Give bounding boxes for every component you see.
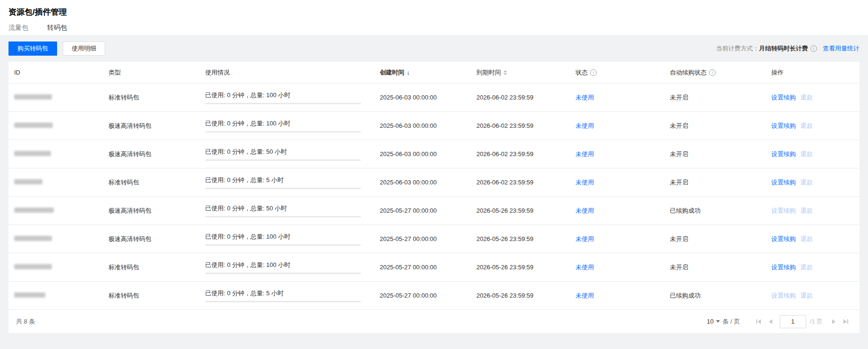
sort-descending-icon[interactable]: ↓ xyxy=(407,69,410,76)
usage-text: 已使用: 0 分钟，总量: 100 小时 xyxy=(205,233,374,241)
usage-cell: 已使用: 0 分钟，总量: 50 小时 xyxy=(200,204,374,217)
expire-time: 2026-06-02 23:59:59 xyxy=(471,122,570,129)
usage-cell: 已使用: 0 分钟，总量: 100 小时 xyxy=(200,261,374,274)
set-renewal-link[interactable]: 设置续购 xyxy=(771,235,796,242)
created-time: 2025-06-03 00:00:00 xyxy=(374,150,471,158)
usage-stats-link[interactable]: 查看用量统计 xyxy=(823,44,860,53)
expire-time: 2026-06-02 23:59:59 xyxy=(471,150,570,158)
page-size-select[interactable]: 10 xyxy=(707,318,719,325)
col-type: 类型 xyxy=(103,68,200,77)
usage-progress-bar xyxy=(205,188,361,189)
billing-mode-label: 当前计费方式： xyxy=(716,44,759,53)
package-type: 极速高清转码包 xyxy=(103,150,200,158)
usage-progress-bar xyxy=(205,244,361,246)
total-count: 共 8 条 xyxy=(16,317,35,326)
package-type: 标准转码包 xyxy=(103,263,200,272)
set-renewal-link[interactable]: 设置续购 xyxy=(771,292,796,299)
status-text: 未使用 xyxy=(576,179,594,186)
set-renewal-link[interactable]: 设置续购 xyxy=(771,207,796,214)
status-cell: 未使用 xyxy=(570,178,664,187)
caret-up-icon xyxy=(503,70,507,72)
package-id-redacted xyxy=(14,123,53,128)
prev-page-button[interactable] xyxy=(765,316,777,328)
operations-cell: 设置续购退款 xyxy=(766,207,860,215)
refund-link[interactable]: 退款 xyxy=(801,264,813,271)
table-row: 标准转码包已使用: 0 分钟，总量: 100 小时2025-06-03 00:0… xyxy=(8,83,860,112)
expire-time: 2026-05-26 23:59:59 xyxy=(471,264,570,271)
status-text: 未使用 xyxy=(576,150,594,158)
refund-link[interactable]: 退款 xyxy=(801,122,813,129)
set-renewal-link[interactable]: 设置续购 xyxy=(771,150,796,158)
package-id-cell xyxy=(8,122,103,129)
package-id-cell xyxy=(8,94,103,101)
last-page-icon xyxy=(843,319,847,324)
status-text: 未使用 xyxy=(576,207,594,214)
status-cell: 未使用 xyxy=(570,235,664,243)
table-row: 标准转码包已使用: 0 分钟，总量: 5 小时2025-06-03 00:00:… xyxy=(8,168,860,197)
refund-link[interactable]: 退款 xyxy=(801,292,813,299)
sort-icon[interactable] xyxy=(503,70,507,75)
col-status: 状态 i xyxy=(570,68,664,77)
refund-link[interactable]: 退款 xyxy=(801,150,813,158)
billing-info: 当前计费方式： 月结转码时长计费 i 查看用量统计 xyxy=(716,44,860,53)
created-time: 2025-06-03 00:00:00 xyxy=(374,122,471,129)
page-total: /1 页 xyxy=(810,317,823,326)
created-time: 2025-05-27 00:00:00 xyxy=(374,292,471,299)
expire-time: 2026-05-26 23:59:59 xyxy=(471,292,570,299)
created-time: 2025-05-27 00:00:00 xyxy=(374,264,471,271)
set-renewal-link[interactable]: 设置续购 xyxy=(771,122,796,129)
page-header: 资源包/插件管理 流量包 转码包 xyxy=(0,0,868,35)
refund-link[interactable]: 退款 xyxy=(801,94,813,101)
tab-traffic-package[interactable]: 流量包 xyxy=(8,24,28,36)
status-text: 未使用 xyxy=(576,264,594,271)
refund-link[interactable]: 退款 xyxy=(801,179,813,186)
table-row: 极速高清转码包已使用: 0 分钟，总量: 100 小时2025-05-27 00… xyxy=(8,225,860,253)
auto-renew-status: 已续购成功 xyxy=(664,291,766,300)
col-created-time[interactable]: 创建时间 ↓ xyxy=(374,68,471,77)
set-renewal-link[interactable]: 设置续购 xyxy=(771,264,796,271)
usage-cell: 已使用: 0 分钟，总量: 100 小时 xyxy=(200,91,374,104)
usage-cell: 已使用: 0 分钟，总量: 5 小时 xyxy=(200,176,374,189)
first-page-button[interactable] xyxy=(752,316,765,328)
usage-text: 已使用: 0 分钟，总量: 100 小时 xyxy=(205,91,374,100)
set-renewal-link[interactable]: 设置续购 xyxy=(771,179,796,186)
buy-transcode-package-button[interactable]: 购买转码包 xyxy=(8,42,57,56)
page-number-input[interactable] xyxy=(780,315,806,328)
package-id-redacted xyxy=(14,292,45,298)
created-time: 2025-05-27 00:00:00 xyxy=(374,235,471,242)
auto-renew-status: 未开启 xyxy=(664,178,766,187)
tab-transcode-package[interactable]: 转码包 xyxy=(47,24,67,36)
last-page-button[interactable] xyxy=(840,316,852,328)
expire-time: 2026-05-26 23:59:59 xyxy=(471,207,570,214)
set-renewal-link[interactable]: 设置续购 xyxy=(771,94,796,101)
package-id-cell xyxy=(8,235,103,242)
package-id-cell xyxy=(8,292,103,299)
first-page-icon xyxy=(756,319,757,324)
toolbar: 购买转码包 使用明细 当前计费方式： 月结转码时长计费 i 查看用量统计 xyxy=(8,42,860,56)
table-footer: 共 8 条 10 条 / 页 /1 页 xyxy=(8,310,860,333)
usage-text: 已使用: 0 分钟，总量: 100 小时 xyxy=(205,261,374,269)
package-id-redacted xyxy=(14,151,51,156)
refund-link[interactable]: 退款 xyxy=(801,235,813,242)
usage-text: 已使用: 0 分钟，总量: 5 小时 xyxy=(205,176,374,184)
package-type: 极速高清转码包 xyxy=(103,235,200,243)
col-expire-time[interactable]: 到期时间 xyxy=(471,68,570,77)
next-page-icon xyxy=(832,319,835,324)
usage-detail-button[interactable]: 使用明细 xyxy=(63,42,105,56)
expire-time: 2026-06-02 23:59:59 xyxy=(471,179,570,186)
created-time: 2025-06-03 00:00:00 xyxy=(374,94,471,101)
expire-time: 2026-06-02 23:59:59 xyxy=(471,94,570,101)
usage-text: 已使用: 0 分钟，总量: 50 小时 xyxy=(205,204,374,213)
auto-renew-status: 未开启 xyxy=(664,93,766,102)
auto-renew-info-icon[interactable]: i xyxy=(709,69,716,76)
pagination: 10 条 / 页 /1 页 xyxy=(707,315,852,328)
status-text: 未使用 xyxy=(576,122,594,129)
status-info-icon[interactable]: i xyxy=(590,69,597,76)
next-page-button[interactable] xyxy=(827,316,840,328)
auto-renew-status: 未开启 xyxy=(664,150,766,158)
status-text: 未使用 xyxy=(576,235,594,242)
table-header: ID 类型 使用情况 创建时间 ↓ 到期时间 状态 i 自动续购状态 i 操作 xyxy=(8,62,860,83)
refund-link[interactable]: 退款 xyxy=(801,207,813,214)
col-auto-renew-status: 自动续购状态 i xyxy=(664,68,766,77)
billing-info-icon[interactable]: i xyxy=(810,45,817,52)
